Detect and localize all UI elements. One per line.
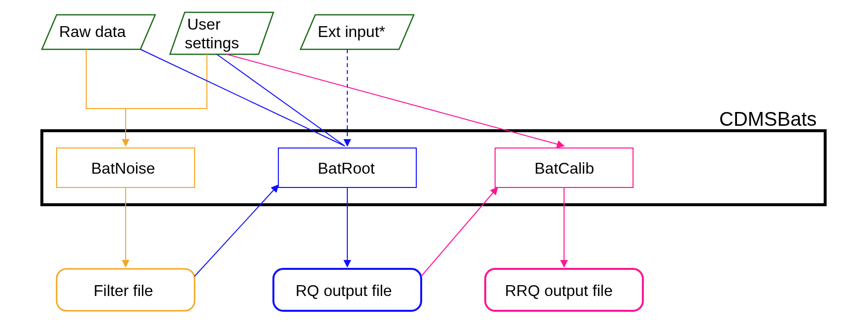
user-settings-node: User settings (170, 12, 273, 54)
batroot-node: BatRoot (278, 148, 416, 187)
batroot-label: BatRoot (318, 159, 375, 177)
raw-data-label: Raw data (59, 23, 126, 40)
user-settings-label-2: settings (185, 34, 239, 52)
arrow-usersettings-batroot (217, 54, 345, 146)
raw-data-node: Raw data (42, 15, 155, 49)
container-title: CDMSBats (719, 108, 817, 130)
rrq-output-label: RRQ output file (505, 282, 613, 299)
batcalib-label: BatCalib (534, 159, 594, 177)
arrow-usersettings-batcalib (227, 54, 564, 146)
batcalib-node: BatCalib (495, 148, 633, 187)
arrow-rq-batcalib (421, 187, 498, 276)
rq-output-label: RQ output file (296, 282, 392, 299)
filter-file-node: Filter file (57, 269, 195, 311)
batnoise-node: BatNoise (57, 148, 195, 187)
batnoise-label: BatNoise (91, 159, 155, 177)
filter-file-label: Filter file (94, 282, 153, 299)
ext-input-label: Ext input* (318, 23, 385, 40)
user-settings-label-1: User (187, 15, 221, 33)
arrow-filter-batroot (195, 185, 278, 276)
arrow-raw-usersettings-merge (86, 49, 207, 109)
rrq-output-node: RRQ output file (485, 269, 643, 311)
ext-input-node: Ext input* (300, 15, 414, 49)
rq-output-node: RQ output file (273, 269, 421, 311)
